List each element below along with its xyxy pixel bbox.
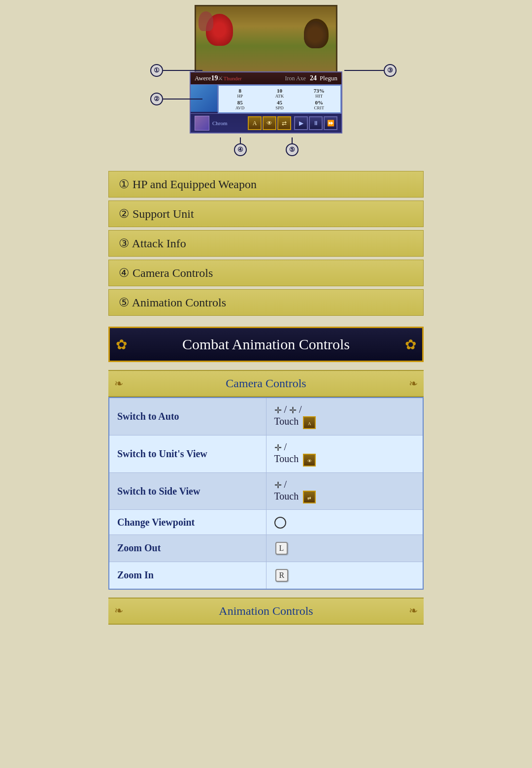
dpad-icon-1: ✛ xyxy=(274,405,282,416)
callout-line-5 xyxy=(292,137,293,143)
bottom-callouts: ④ ⑤ xyxy=(190,134,342,156)
anim-btn-play[interactable]: ▶ xyxy=(294,116,308,130)
ui-panel: Awere 19 ⚔ Thunder Iron Axe 24 Plegun 8H… xyxy=(190,71,342,134)
anim-orn-left: ❧ xyxy=(114,604,123,617)
callout-circle-1: ① xyxy=(150,64,163,77)
touch-icon-unit: 👁 xyxy=(303,454,316,467)
camera-orn-left: ❧ xyxy=(114,377,123,390)
dpad-icon-2: ✛ xyxy=(289,405,297,416)
touch-icon-auto: A xyxy=(303,416,316,429)
info-item-3: ③ Attack Info xyxy=(108,230,424,257)
action-zoom-in: Zoom In xyxy=(109,562,266,589)
anim-btn-fast[interactable]: ⏩ xyxy=(324,116,337,130)
cam-btn-side[interactable]: ⇄ xyxy=(277,116,291,130)
action-switch-auto: Switch to Auto xyxy=(109,398,266,435)
ui-bottom-row: Chrom A 👁 ⇄ ▶ ⏸ ⏩ xyxy=(191,113,341,133)
stat-cell-6: 0%CRIT xyxy=(300,100,338,110)
info-item-4: ④ Camera Controls xyxy=(108,260,424,286)
callout-circle-5: ⑤ xyxy=(286,143,299,156)
stat-cell-3: 73%HIT xyxy=(300,88,338,99)
input-viewpoint xyxy=(266,510,423,534)
section-ornament-right: ✿ xyxy=(405,336,416,353)
callout-line-4 xyxy=(240,137,241,143)
key-r: R xyxy=(275,569,289,582)
cam-btn-eye[interactable]: 👁 xyxy=(263,116,276,130)
diagram-area: ① ③ ② Awere 19 ⚔ Thunder xyxy=(0,0,532,161)
support-portrait xyxy=(195,116,209,131)
input-switch-auto: ✛ / ✛ / Touch A xyxy=(266,398,423,435)
info-item-5: ⑤ Animation Controls xyxy=(108,289,424,316)
input-switch-side: ✛ / Touch ⇄ xyxy=(266,472,423,510)
camera-section-header: ❧ Camera Controls ❧ xyxy=(108,370,424,397)
ui-mid-row: 8HP 10ATK 73%HIT 85AVD 45SPD 0%CRIT xyxy=(191,85,341,113)
camera-buttons: A 👁 ⇄ xyxy=(248,116,291,130)
anim-orn-right: ❧ xyxy=(409,604,418,617)
info-item-1: ① HP and Equipped Weapon xyxy=(108,171,424,198)
anim-btn-pause[interactable]: ⏸ xyxy=(309,116,323,130)
callout-1: ① xyxy=(150,64,202,77)
defender-hp: 24 xyxy=(310,74,317,82)
callout-line-1 xyxy=(163,70,202,71)
section-ornament-left: ✿ xyxy=(116,336,127,353)
callout-circle-4: ④ xyxy=(234,143,247,156)
table-row: Zoom In R xyxy=(109,562,423,589)
circle-icon xyxy=(274,517,286,529)
callout-line-3 xyxy=(344,70,384,71)
cam-btn-auto[interactable]: A xyxy=(248,116,262,130)
attacker-hp: 19 xyxy=(211,74,218,82)
stat-cell-5: 45SPD xyxy=(260,100,299,110)
animation-buttons: ▶ ⏸ ⏩ xyxy=(294,116,337,130)
stat-cell-4: 85AVD xyxy=(221,100,259,110)
callout-2: ② xyxy=(150,93,202,105)
table-row: Zoom Out L xyxy=(109,534,423,562)
table-row: Change Viewpoint xyxy=(109,510,423,534)
stat-cell-2: 10ATK xyxy=(260,88,299,99)
action-viewpoint: Change Viewpoint xyxy=(109,510,266,534)
dpad-icon-4: ✛ xyxy=(274,480,282,491)
dpad-icon-3: ✛ xyxy=(274,442,282,453)
callout-4-group: ④ xyxy=(234,137,247,156)
stats-box: 8HP 10ATK 73%HIT 85AVD 45SPD 0%CRIT xyxy=(218,85,341,113)
main-content: ① HP and Equipped Weapon ② Support Unit … xyxy=(89,161,443,634)
table-row: Switch to Unit's View ✛ / Touch 👁 xyxy=(109,435,423,472)
info-item-2: ② Support Unit xyxy=(108,200,424,227)
key-l: L xyxy=(275,542,288,555)
callout-3: ③ xyxy=(344,64,397,77)
callout-line-2 xyxy=(163,99,202,100)
defender-name: Plegun xyxy=(320,74,337,82)
controls-table: Switch to Auto ✛ / ✛ / Touch A Switch to… xyxy=(108,397,424,590)
action-zoom-out: Zoom Out xyxy=(109,534,266,562)
animation-section-header: ❧ Animation Controls ❧ xyxy=(108,598,424,625)
info-items-list: ① HP and Equipped Weapon ② Support Unit … xyxy=(108,171,424,316)
action-switch-unit: Switch to Unit's View xyxy=(109,435,266,472)
action-switch-side: Switch to Side View xyxy=(109,472,266,510)
input-zoom-in: R xyxy=(266,562,423,589)
callout-circle-2: ② xyxy=(150,93,163,105)
table-row: Switch to Auto ✛ / ✛ / Touch A xyxy=(109,398,423,435)
callout-circle-3: ③ xyxy=(384,64,397,77)
ui-top-bar: Awere 19 ⚔ Thunder Iron Axe 24 Plegun xyxy=(191,72,341,85)
camera-orn-right: ❧ xyxy=(409,377,418,390)
weapon-left: Thunder xyxy=(223,75,241,81)
touch-icon-side: ⇄ xyxy=(303,491,316,503)
input-zoom-out: L xyxy=(266,534,423,562)
table-row: Switch to Side View ✛ / Touch ⇄ xyxy=(109,472,423,510)
stat-cell-1: 8HP xyxy=(221,88,259,99)
support-name: Chrom xyxy=(212,120,228,126)
callout-5-group: ⑤ xyxy=(286,137,299,156)
input-switch-unit: ✛ / Touch 👁 xyxy=(266,435,423,472)
game-screenshot xyxy=(195,5,337,74)
section-header: ✿ Combat Animation Controls ✿ xyxy=(108,327,424,362)
